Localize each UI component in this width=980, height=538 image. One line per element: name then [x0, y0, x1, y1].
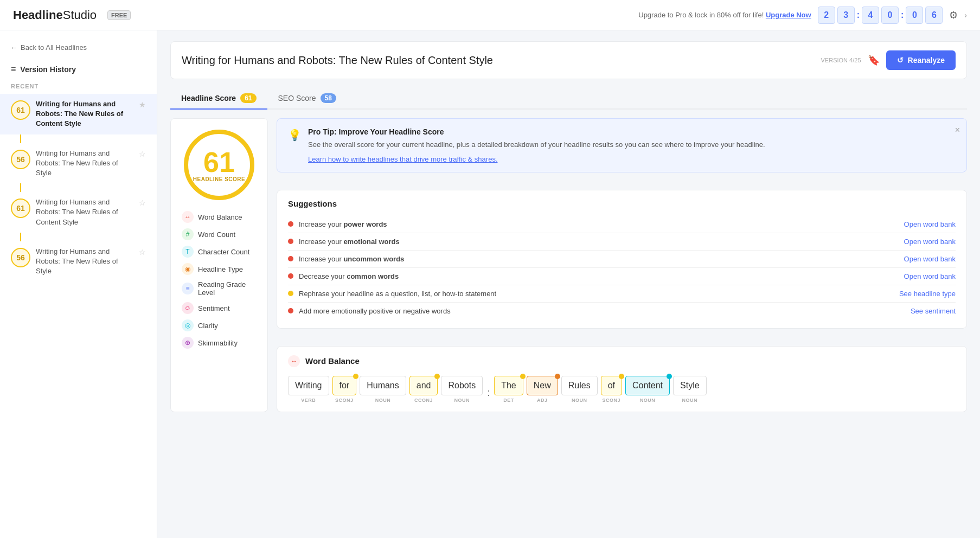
- back-arrow-icon: ←: [11, 44, 17, 52]
- suggestion-item: Rephrase your headline as a question, li…: [288, 285, 956, 303]
- star-icon[interactable]: ☆: [139, 150, 146, 158]
- metric-character-count[interactable]: T Character Count: [182, 246, 257, 258]
- suggestion-item: Decrease your common words Open word ban…: [288, 268, 956, 285]
- countdown-d6: 6: [925, 7, 943, 24]
- score-circle: 56: [11, 248, 30, 267]
- big-score-circle: 61 HEADLINE SCORE: [184, 130, 254, 200]
- history-item[interactable]: 56 Writing for Humans and Robots: The Ne…: [0, 241, 157, 282]
- suggestion-item: Increase your uncommon words Open word b…: [288, 251, 956, 268]
- suggestion-item: Add more emotionally positive or negativ…: [288, 303, 956, 319]
- see-headline-type-link[interactable]: See headline type: [899, 290, 956, 298]
- suggestion-bold: common words: [347, 272, 399, 280]
- tab-seo-score[interactable]: SEO Score 58: [267, 88, 347, 110]
- headline-area: Writing for Humans and Robots: The New R…: [170, 41, 967, 79]
- word-tag: The DET: [494, 376, 523, 403]
- chevron-right-icon[interactable]: ›: [964, 11, 967, 20]
- star-icon[interactable]: ☆: [139, 248, 146, 257]
- metric-sentiment[interactable]: ☺ Sentiment: [182, 302, 257, 314]
- metric-reading-grade[interactable]: ≡ Reading Grade Level: [182, 280, 257, 297]
- history-connector: [20, 183, 21, 192]
- sidebar: ← Back to All Headlines ≡ Version Histor…: [0, 30, 157, 538]
- word-balance-section-title: Word Balance: [305, 356, 360, 366]
- word-tag: for SCONJ: [332, 376, 357, 403]
- pro-tip-link[interactable]: Learn how to write headlines that drive …: [308, 155, 498, 163]
- reading-grade-icon: ≡: [182, 283, 194, 294]
- suggestion-dot: [288, 221, 293, 227]
- upgrade-link[interactable]: Upgrade Now: [766, 11, 811, 19]
- version-history-label: Version History: [20, 65, 76, 74]
- suggestion-bold: uncommon words: [343, 255, 404, 263]
- countdown: 2 3 : 4 0 : 0 6: [818, 7, 943, 24]
- history-title: Writing for Humans and Robots: The New R…: [36, 197, 133, 227]
- back-link[interactable]: ← Back to All Headlines: [0, 39, 157, 60]
- metric-headline-type[interactable]: ◉ Headline Type: [182, 263, 257, 275]
- history-title: Writing for Humans and Robots: The New R…: [36, 149, 133, 178]
- word-tag: Content NOUN: [625, 376, 670, 403]
- suggestion-item: Increase your power words Open word bank: [288, 216, 956, 233]
- metric-word-count[interactable]: # Word Count: [182, 228, 257, 240]
- word-tag: and CCONJ: [409, 376, 438, 403]
- upgrade-text: Upgrade to Pro & lock in 80% off for lif…: [638, 11, 811, 19]
- pro-tip-content: Pro Tip: Improve Your Headline Score See…: [308, 127, 956, 163]
- metric-word-balance[interactable]: ↔ Word Balance: [182, 211, 257, 223]
- main-content: Writing for Humans and Robots: The New R…: [157, 30, 980, 538]
- metric-label: Character Count: [198, 248, 249, 256]
- metric-label: Clarity: [198, 322, 218, 330]
- score-circle: 61: [11, 198, 30, 218]
- character-count-icon: T: [182, 246, 194, 258]
- top-bar-left: Headline Studio FREE: [13, 8, 131, 22]
- star-icon[interactable]: ★: [139, 100, 146, 109]
- open-word-bank-link[interactable]: Open word bank: [904, 255, 956, 263]
- score-analysis: 61 HEADLINE SCORE ↔ Word Balance # Word …: [170, 118, 967, 412]
- word-balance-panel: ↔ Word Balance Writing VERB for: [277, 346, 967, 412]
- countdown-d2: 3: [837, 7, 855, 24]
- open-word-bank-link[interactable]: Open word bank: [904, 220, 956, 228]
- history-item[interactable]: 61 Writing for Humans and Robots: The Ne…: [0, 192, 157, 233]
- word-balance-icon: ↔: [182, 211, 194, 223]
- suggestions-panel: Suggestions Increase your power words Op…: [277, 190, 967, 329]
- score-circle: 61: [11, 100, 30, 120]
- metric-label: Skimmability: [198, 339, 238, 347]
- headline-text[interactable]: Writing for Humans and Robots: The New R…: [182, 54, 821, 67]
- suggestion-item: Increase your emotional words Open word …: [288, 233, 956, 251]
- word-tag: Robots NOUN: [441, 376, 483, 403]
- metric-clarity[interactable]: ◎ Clarity: [182, 319, 257, 331]
- reanalyze-button[interactable]: ↺ Reanalyze: [886, 50, 956, 70]
- history-item[interactable]: 56 Writing for Humans and Robots: The Ne…: [0, 143, 157, 184]
- score-panel: 61 HEADLINE SCORE ↔ Word Balance # Word …: [170, 118, 268, 412]
- open-word-bank-link[interactable]: Open word bank: [904, 272, 956, 280]
- logo-headline: Headline: [13, 8, 63, 22]
- back-label: Back to All Headlines: [21, 43, 87, 52]
- open-word-bank-link[interactable]: Open word bank: [904, 238, 956, 246]
- word-count-icon: #: [182, 228, 194, 240]
- history-item[interactable]: 61 Writing for Humans and Robots: The Ne…: [0, 94, 157, 134]
- score-circle: 56: [11, 150, 30, 169]
- suggestion-bold: emotional words: [343, 238, 399, 246]
- see-sentiment-link[interactable]: See sentiment: [911, 307, 956, 315]
- word-box: Humans: [360, 376, 406, 395]
- word-box: for: [332, 376, 357, 395]
- layers-icon: ≡: [11, 65, 16, 74]
- metric-label: Word Count: [198, 230, 235, 239]
- word-box: Rules: [561, 376, 598, 395]
- metric-label: Headline Type: [198, 265, 243, 273]
- word-tag: Humans NOUN: [360, 376, 406, 403]
- tools-icon[interactable]: ⚙: [949, 9, 958, 21]
- close-icon[interactable]: ×: [955, 125, 960, 135]
- bookmark-icon[interactable]: 🔖: [868, 54, 880, 66]
- word-box: and: [409, 376, 438, 395]
- suggestions-title: Suggestions: [288, 199, 956, 208]
- pro-tip-panel: 💡 Pro Tip: Improve Your Headline Score S…: [277, 118, 967, 172]
- star-icon[interactable]: ☆: [139, 198, 146, 207]
- word-box: Style: [673, 376, 707, 395]
- analysis-right: 💡 Pro Tip: Improve Your Headline Score S…: [277, 118, 967, 412]
- word-separator: :: [486, 383, 491, 403]
- tab-headline-score[interactable]: Headline Score 61: [170, 88, 267, 110]
- sentiment-icon: ☺: [182, 302, 194, 314]
- logo: Headline Studio: [13, 8, 97, 22]
- layout: ← Back to All Headlines ≡ Version Histor…: [0, 30, 980, 538]
- metric-skimmability[interactable]: ⊕ Skimmability: [182, 337, 257, 349]
- big-score-number: 61: [203, 148, 235, 176]
- word-box: of: [601, 376, 622, 395]
- skimmability-icon: ⊕: [182, 337, 194, 349]
